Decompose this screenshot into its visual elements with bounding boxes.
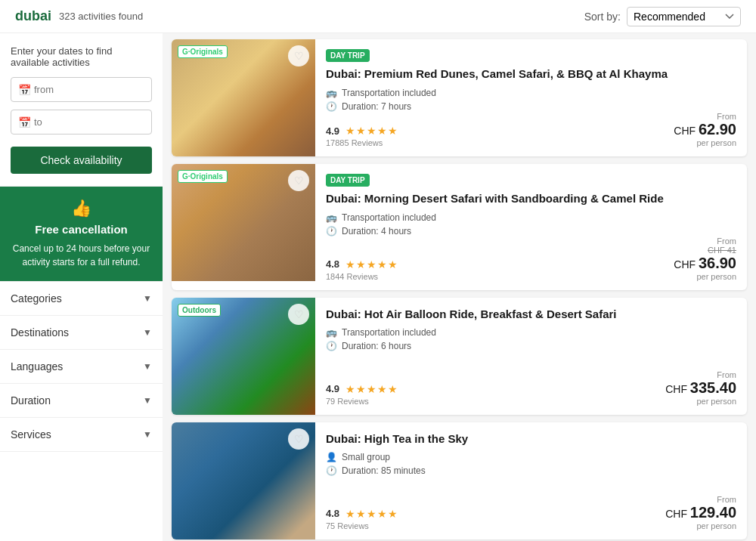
star-half: ★ xyxy=(388,508,398,520)
filter-categories[interactable]: Categories ▼ xyxy=(0,282,163,316)
activity-title: Dubai: Premium Red Dunes, Camel Safari, … xyxy=(326,66,736,82)
calendar-icon-from: 📅 xyxy=(18,84,31,96)
activity-card: Outdoors ♡ Dubai: Hot Air Balloon Ride, … xyxy=(172,298,747,415)
chevron-down-icon: ▼ xyxy=(143,429,152,440)
filter-destinations[interactable]: Destinations ▼ xyxy=(0,316,163,350)
favorite-button[interactable]: ♡ xyxy=(288,45,309,66)
activity-meta: 🚌 Transportation included 🕐 Duration: 7 … xyxy=(326,88,736,112)
currency-label: CHF xyxy=(674,258,699,270)
clock-icon: 🕐 xyxy=(326,341,337,351)
duration-meta: 🕐 Duration: 85 minutes xyxy=(326,465,736,476)
rating-number: 4.9 xyxy=(326,125,339,137)
activity-bottom: 4.9 ★★★★★ 17885 Reviews From CHF 62.90 p… xyxy=(326,112,736,147)
to-date-wrapper: 📅 xyxy=(11,110,152,134)
activity-info: Dubai: High Tea in the Sky 👤 Small group… xyxy=(315,422,747,539)
activity-image: Outdoors ♡ xyxy=(172,298,315,415)
activity-list: G·Originals ♡ DAY TRIP Dubai: Premium Re… xyxy=(163,33,756,541)
activity-title: Dubai: Morning Desert Safari with Sandbo… xyxy=(326,191,736,206)
favorite-button[interactable]: ♡ xyxy=(288,170,309,191)
duration-label: Duration: 4 hours xyxy=(342,226,411,236)
activity-image: G·Originals ♡ xyxy=(172,39,315,156)
star-full: ★ xyxy=(377,125,388,137)
filter-duration-header[interactable]: Duration ▼ xyxy=(0,384,163,417)
filter-services[interactable]: Services ▼ xyxy=(0,418,163,452)
star-half: ★ xyxy=(388,125,398,137)
filter-duration[interactable]: Duration ▼ xyxy=(0,384,163,418)
originals-badge: G·Originals xyxy=(178,45,228,58)
sort-container: Sort by: Recommended Price (low to high)… xyxy=(584,7,741,26)
filter-dates: Enter your dates to find available activ… xyxy=(0,33,163,187)
from-date-input[interactable] xyxy=(11,77,152,102)
bus-icon: 🚌 xyxy=(326,88,337,98)
activity-bottom: 4.8 ★★★★★ 75 Reviews From CHF 129.40 per… xyxy=(326,495,736,530)
filter-languages[interactable]: Languages ▼ xyxy=(0,350,163,384)
bus-icon: 🚌 xyxy=(326,327,337,338)
trip-type-badge: DAY TRIP xyxy=(326,49,370,62)
transport-label: Transportation included xyxy=(342,212,436,223)
logo: dubai xyxy=(15,8,51,24)
favorite-button[interactable]: ♡ xyxy=(288,428,309,450)
activity-info: DAY TRIP Dubai: Morning Desert Safari wi… xyxy=(315,164,747,290)
to-date-input[interactable] xyxy=(11,110,152,134)
price-value: CHF 335.40 xyxy=(665,379,736,397)
star-full: ★ xyxy=(367,125,377,137)
transport-meta: 🚌 Transportation included xyxy=(326,88,736,98)
activity-count: 323 activities found xyxy=(59,11,143,22)
duration-label: Duration: 6 hours xyxy=(342,341,411,351)
star-full: ★ xyxy=(345,383,356,395)
activity-meta: 🚌 Transportation included 🕐 Duration: 6 … xyxy=(326,327,736,351)
transport-label: Transportation included xyxy=(342,88,436,98)
activity-top: DAY TRIP Dubai: Morning Desert Safari wi… xyxy=(326,173,736,236)
clock-icon: 🕐 xyxy=(326,226,337,236)
rating-number: 4.8 xyxy=(326,258,339,270)
originals-badge: G·Originals xyxy=(178,170,228,183)
activity-bottom: 4.9 ★★★★★ 79 Reviews From CHF 335.40 per… xyxy=(326,370,736,406)
rating-section: 4.8 ★★★★★ 1844 Reviews xyxy=(326,258,398,281)
reviews-count: 17885 Reviews xyxy=(326,138,398,147)
sort-select[interactable]: Recommended Price (low to high) Price (h… xyxy=(627,7,741,26)
trip-type-badge: DAY TRIP xyxy=(326,174,370,187)
original-price: CHF 41 xyxy=(674,246,736,255)
favorite-button[interactable]: ♡ xyxy=(288,304,309,325)
filter-languages-header[interactable]: Languages ▼ xyxy=(0,350,163,383)
from-date-wrapper: 📅 xyxy=(11,77,152,102)
from-label: From xyxy=(674,112,736,121)
star-full: ★ xyxy=(356,258,367,270)
duration-meta: 🕐 Duration: 6 hours xyxy=(326,341,736,351)
from-label: From xyxy=(674,236,736,246)
check-availability-button[interactable]: Check availability xyxy=(11,147,152,174)
outdoors-badge: Outdoors xyxy=(178,304,221,317)
star-full: ★ xyxy=(377,383,388,395)
filter-destinations-header[interactable]: Destinations ▼ xyxy=(0,316,163,349)
star-full: ★ xyxy=(356,125,367,137)
sort-label: Sort by: xyxy=(584,11,621,23)
main-layout: Enter your dates to find available activ… xyxy=(0,33,756,541)
star-full: ★ xyxy=(367,383,377,395)
currency-label: CHF xyxy=(674,125,699,137)
rating-row: 4.8 ★★★★★ xyxy=(326,258,398,270)
activity-top: DAY TRIP Dubai: Premium Red Dunes, Camel… xyxy=(326,48,736,112)
clock-icon: 🕐 xyxy=(326,465,337,476)
chevron-down-icon: ▼ xyxy=(143,361,152,372)
transport-meta: 🚌 Transportation included xyxy=(326,212,736,223)
activity-title: Dubai: Hot Air Balloon Ride, Breakfast &… xyxy=(326,307,736,322)
rating-section: 4.9 ★★★★★ 79 Reviews xyxy=(326,383,398,406)
star-full: ★ xyxy=(367,258,377,270)
filter-categories-header[interactable]: Categories ▼ xyxy=(0,282,163,315)
filter-services-header[interactable]: Services ▼ xyxy=(0,418,163,451)
per-person-label: per person xyxy=(674,138,736,147)
filter-destinations-label: Destinations xyxy=(11,326,69,339)
filter-categories-label: Categories xyxy=(11,292,62,305)
rating-section: 4.9 ★★★★★ 17885 Reviews xyxy=(326,125,398,147)
header: dubai 323 activities found Sort by: Reco… xyxy=(0,0,756,33)
currency-label: CHF xyxy=(665,508,690,520)
free-cancellation-box: 👍 Free cancellation Cancel up to 24 hour… xyxy=(0,187,163,282)
activity-card: G·Originals ♡ DAY TRIP Dubai: Morning De… xyxy=(172,164,747,290)
rating-number: 4.8 xyxy=(326,508,339,519)
reviews-count: 79 Reviews xyxy=(326,397,398,406)
group-icon: 👤 xyxy=(326,452,337,462)
from-label: From xyxy=(665,370,736,379)
star-full: ★ xyxy=(345,508,356,520)
star-full: ★ xyxy=(356,508,367,520)
bus-icon: 🚌 xyxy=(326,212,337,223)
